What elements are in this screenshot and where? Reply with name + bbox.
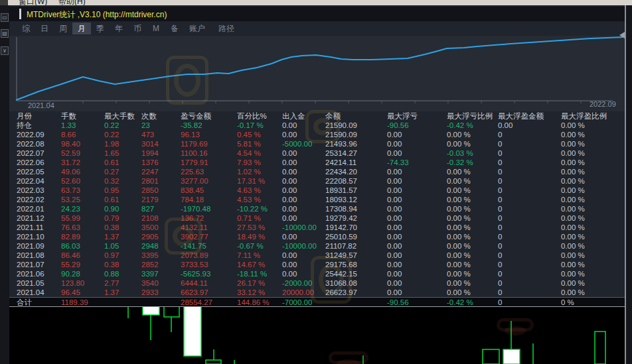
tab-日[interactable]: 日 — [35, 23, 54, 34]
table-row[interactable]: 2022.0549.060.272247225.631.02 %0.002243… — [9, 167, 625, 176]
table-cell: 25442.15 — [325, 269, 357, 278]
table-cell: 3500 — [141, 223, 159, 232]
table-row[interactable]: 2022.0752.591.6519941100.164.54 %0.00253… — [9, 149, 625, 158]
table-cell: 0.00 — [282, 232, 297, 241]
table-cell: 2179 — [141, 195, 159, 204]
table-cell: 136.72 — [181, 213, 204, 223]
column-header: 最大浮亏比例 — [447, 111, 493, 121]
table-cell: 1.37 — [104, 232, 119, 241]
table-cell: -0.03 % — [447, 149, 473, 158]
table-cell: 0.00 — [387, 223, 402, 232]
menu-item-window[interactable]: 窗口(W) — [19, 0, 47, 5]
table-cell: 0 — [498, 213, 502, 223]
table-cell: -0.42 % — [447, 298, 473, 307]
table-row[interactable]: 2021.1082.891.3729053902.7718.49 %0.0025… — [9, 232, 625, 241]
table-cell: 2021.11 — [17, 223, 44, 232]
table-row[interactable]: 2021.0986.031.052948-141.75-0.67 %-10000… — [9, 241, 625, 251]
table-cell: 0.00 % — [561, 158, 585, 167]
table-cell: 19142.70 — [325, 223, 357, 232]
table-cell: 0.00 % — [447, 232, 471, 241]
splitter-collapse-arrow[interactable] — [619, 32, 625, 38]
tab-周[interactable]: 周 — [54, 23, 72, 34]
table-cell: 2021.04 — [17, 288, 44, 297]
table-cell: 0.00 % — [561, 130, 585, 139]
panel-titlebar[interactable]: MTDriver统计 ,V3.10 (http://mtdriver.cn) — [9, 7, 625, 21]
table-row[interactable]: 2021.1176.630.3835004132.1127.53 %-10000… — [9, 223, 625, 232]
path-button[interactable]: 路径 — [218, 23, 234, 34]
table-cell: 0.00 % — [447, 223, 471, 232]
tab-年[interactable]: 年 — [110, 23, 128, 34]
panel-bottom-border — [9, 306, 625, 307]
image-mini-icon[interactable]: ▤ — [1, 29, 9, 38]
table-cell: 0.00 — [387, 139, 402, 149]
tab-综[interactable]: 综 — [17, 23, 35, 34]
table-cell: 2021.07 — [17, 260, 44, 269]
table-cell: 2022.07 — [17, 149, 44, 158]
table-cell: 0.00 % — [561, 223, 585, 232]
table-cell: 144.86 % — [237, 298, 270, 307]
table-row[interactable]: 2021.0690.280.883397-5625.93-18.11 %0.00… — [9, 269, 625, 278]
table-cell: 86.03 — [61, 241, 80, 251]
table-cell: 24214.11 — [325, 158, 356, 167]
table-cell: 0.00 — [387, 204, 402, 213]
table-cell: 0.00 % — [561, 288, 585, 297]
table-cell: 8.66 — [61, 130, 76, 139]
table-row[interactable]: 2022.0124.230.90827-1970.48-10.22 %0.001… — [9, 204, 625, 213]
table-header-row: 月份手数最大手数次数盈亏金额百分比%出入金余额最大浮亏最大浮亏比例最大浮盈金额最… — [9, 111, 625, 121]
column-header: 次数 — [141, 111, 157, 121]
window-mini-icon[interactable]: ▭ — [1, 13, 9, 22]
table-cell: 53.25 — [61, 195, 80, 204]
table-row[interactable]: 2021.1255.990.792108136.720.71 %0.001927… — [9, 213, 625, 223]
stats-table: 月份手数最大手数次数盈亏金额百分比%出入金余额最大浮亏最大浮亏比例最大浮盈金额最… — [9, 111, 625, 306]
table-cell: 3540 — [141, 278, 159, 288]
table-cell: 0 — [498, 269, 502, 278]
table-row[interactable]: 2022.0363.730.952850838.454.63 %0.001893… — [9, 186, 625, 195]
table-row[interactable]: 2022.0253.250.612179784.184.53 %0.001809… — [9, 195, 625, 204]
table-cell: 2948 — [141, 241, 159, 251]
background-candlestick-chart — [0, 306, 632, 364]
tab-季[interactable]: 季 — [91, 23, 110, 34]
table-cell: 26623.97 — [325, 288, 357, 297]
table-cell: 0.22 — [104, 130, 119, 139]
table-row[interactable]: 2021.0886.460.9733952073.897.11 %0.00312… — [9, 251, 625, 260]
table-cell: 2247 — [141, 167, 159, 176]
check-mini-icon[interactable]: ∨ — [1, 46, 9, 55]
table-cell: 0.00 — [387, 288, 402, 297]
table-cell: 0 — [498, 241, 502, 251]
table-cell: 1779.91 — [181, 158, 208, 167]
table-row[interactable]: 2021.0755.290.3828523733.5314.67 %0.0029… — [9, 260, 625, 269]
table-cell: 29175.68 — [325, 260, 357, 269]
table-cell: 3277.00 — [181, 176, 208, 186]
tab-备[interactable]: 备 — [165, 23, 184, 34]
table-cell: 1376 — [141, 158, 159, 167]
table-row[interactable]: 2021.0496.451.3729336623.9733.12 %20000.… — [9, 288, 625, 297]
menu-item-help[interactable]: 帮助(H) — [58, 0, 86, 5]
table-row[interactable]: 2022.0452.600.3228013277.0017.31 %0.0022… — [9, 176, 625, 186]
table-row[interactable]: 2022.098.660.2247396.130.45 %0.0021590.0… — [9, 130, 625, 139]
table-cell: -18.11 % — [237, 269, 267, 278]
table-cell: 2022.05 — [17, 167, 44, 176]
table-cell: 2852 — [141, 260, 159, 269]
table-cell: 2933 — [141, 288, 159, 297]
table-row[interactable]: 持仓1.330.2223-35.82-0.17 %0.0021590.09-90… — [9, 121, 625, 130]
table-cell: -35.82 — [181, 121, 202, 130]
tab-月[interactable]: 月 — [72, 23, 91, 34]
table-total-row[interactable]: 合计1189.3928554.27144.86 %-7000.00-90.56-… — [9, 297, 625, 306]
tab-M[interactable]: M — [147, 23, 165, 34]
table-cell: 2021.09 — [17, 241, 44, 251]
table-cell: 0 — [498, 232, 502, 241]
table-cell: 0.00 % — [447, 176, 471, 186]
table-row[interactable]: 2022.0898.401.9830141179.695.81 %-5000.0… — [9, 139, 625, 149]
table-cell: 0.00 — [282, 186, 297, 195]
table-cell: 0 — [498, 260, 502, 269]
table-cell: 0.00 — [282, 149, 297, 158]
table-cell: 0.45 % — [237, 130, 261, 139]
tab-账户[interactable]: 账户 — [184, 23, 210, 34]
table-cell: -10000.00 — [282, 241, 317, 251]
splitter[interactable] — [625, 5, 626, 364]
table-row[interactable]: 2022.0631.720.6113761779.917.93 %0.00242… — [9, 158, 625, 167]
table-row[interactable]: 2021.05123.802.7735406444.1126.17 %-2000… — [9, 278, 625, 288]
table-cell: 4.63 % — [237, 186, 261, 195]
table-cell: 25314.27 — [325, 149, 357, 158]
tab-币[interactable]: 币 — [128, 23, 147, 34]
